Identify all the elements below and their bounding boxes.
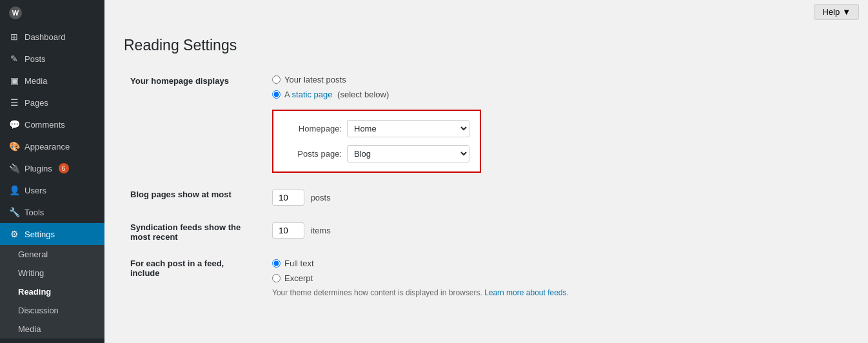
feeds-link[interactable]: Learn more about feeds [484,288,566,297]
hint-text: Your theme determines how content is dis… [272,288,842,297]
syndication-suffix: items [311,226,331,235]
excerpt-option: Excerpt [272,273,842,283]
content-area: Reading Settings Your homepage displays … [104,24,868,343]
main-content: Help ▼ Reading Settings Your homepage di… [104,0,868,343]
submenu-item-discussion[interactable]: Discussion [0,301,104,320]
latest-posts-option: Your latest posts [272,75,842,84]
static-page-label: A static page (select below) [284,90,389,99]
homepage-select-row: Homepage: Home [284,120,469,137]
sidebar-item-plugins[interactable]: 🔌 Plugins 6 [0,157,104,179]
tools-icon: 🔧 [9,207,19,217]
full-text-option: Full text [272,259,842,268]
submenu-item-writing[interactable]: Writing [0,264,104,282]
static-page-radio[interactable] [272,90,281,99]
excerpt-radio[interactable] [272,274,281,282]
sidebar-logo: W [0,0,104,26]
comments-icon: 💬 [9,119,19,130]
homepage-select-label: Homepage: [284,124,342,133]
blog-pages-label: Blog pages show at most [130,190,232,199]
posts-page-select-label: Posts page: [284,149,342,159]
posts-page-select[interactable]: Blog [347,145,469,162]
static-page-option: A static page (select below) [272,90,842,99]
submenu-item-reading[interactable]: Reading [0,282,104,301]
sidebar-item-media[interactable]: ▣ Media [0,70,104,92]
settings-table: Your homepage displays Your latest posts… [124,67,849,305]
posts-page-select-row: Posts page: Blog [284,145,469,162]
sidebar-item-comments[interactable]: 💬 Comments [0,113,104,135]
syndication-label: Syndication feeds show the most recent [130,222,241,242]
feed-include-label: For each post in a feed, include [130,259,224,278]
latest-posts-radio[interactable] [272,75,281,84]
blog-pages-suffix: posts [311,193,331,202]
chevron-down-icon: ▼ [842,7,851,17]
users-icon: 👤 [9,185,19,195]
sidebar-item-dashboard[interactable]: ⊞ Dashboard [0,26,104,48]
syndication-input[interactable] [272,222,304,239]
latest-posts-label: Your latest posts [284,75,346,84]
sidebar-item-users[interactable]: 👤 Users [0,179,104,201]
page-title: Reading Settings [124,37,849,54]
plugins-badge: 6 [59,163,69,173]
media-icon: ▣ [9,75,19,86]
sidebar-item-settings[interactable]: ⚙ Settings [0,223,104,245]
feed-include-row: For each post in a feed, include Full te… [124,250,849,305]
settings-icon: ⚙ [9,229,19,239]
static-page-box: Homepage: Home Posts page: Blog [272,110,481,173]
hint-period: . [567,288,569,297]
static-page-suffix: (select below) [337,90,389,99]
full-text-label: Full text [284,259,314,268]
sidebar-item-posts[interactable]: ✎ Posts [0,48,104,70]
blog-pages-input[interactable] [272,190,304,206]
homepage-displays-row: Your homepage displays Your latest posts… [124,67,849,181]
settings-submenu: General Writing Reading Discussion Media [0,245,104,338]
sidebar: W ⊞ Dashboard ✎ Posts ▣ Media ☰ Pages 💬 … [0,0,104,343]
homepage-displays-label: Your homepage displays [130,76,229,86]
plugins-icon: 🔌 [9,163,19,173]
blog-pages-row: Blog pages show at most posts [124,181,849,213]
full-text-radio[interactable] [272,259,281,268]
pages-icon: ☰ [9,97,19,108]
sidebar-item-appearance[interactable]: 🎨 Appearance [0,135,104,157]
sidebar-item-pages[interactable]: ☰ Pages [0,92,104,113]
submenu-item-media[interactable]: Media [0,320,104,338]
submenu-item-general[interactable]: General [0,245,104,264]
appearance-icon: 🎨 [9,141,19,152]
sidebar-item-tools[interactable]: 🔧 Tools [0,201,104,223]
dashboard-icon: ⊞ [9,32,19,42]
topbar: Help ▼ [104,0,868,24]
syndication-row: Syndication feeds show the most recent i… [124,213,849,250]
excerpt-label: Excerpt [284,273,313,283]
posts-icon: ✎ [9,54,19,64]
wp-logo-icon: W [9,6,22,19]
homepage-select[interactable]: Home [347,120,469,137]
static-page-link[interactable]: static page [292,90,333,99]
help-button[interactable]: Help ▼ [814,4,859,20]
